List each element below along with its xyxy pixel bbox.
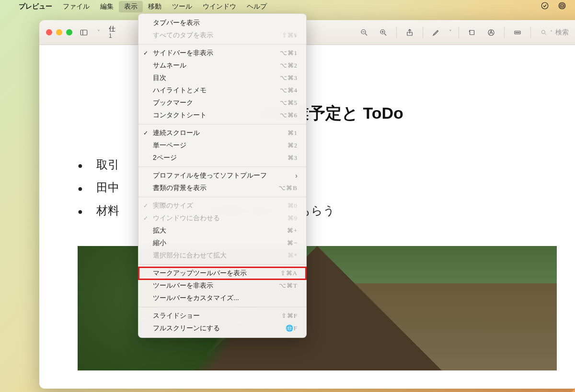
menu-shortcut: ⇧⌘A — [280, 269, 298, 277]
rotate-button[interactable] — [464, 26, 480, 39]
menu-item[interactable]: 書類の背景を表示⌥⌘B — [138, 182, 306, 194]
menu-edit[interactable]: 編集 — [95, 1, 119, 12]
menu-item-label: ツールバーを非表示 — [153, 281, 213, 290]
menu-shortcut: ⌘2 — [288, 142, 298, 149]
menu-item-label: ブックマーク — [153, 99, 193, 107]
menu-shortcut: ⌘0 — [288, 202, 298, 210]
menu-shortcut: ⌥⌘3 — [280, 74, 298, 82]
menu-item[interactable]: コンタクトシート⌥⌘6 — [138, 109, 306, 122]
menu-shortcut: ⌘− — [287, 239, 298, 247]
menu-item[interactable]: スライドショー⇧⌘F — [138, 310, 306, 322]
zoom-in-button[interactable] — [375, 26, 391, 39]
menu-item: ✓ウインドウに合わせる⌘9 — [138, 212, 306, 224]
svg-line-7 — [365, 34, 367, 35]
check-icon: ✓ — [143, 130, 148, 136]
menu-item[interactable]: フルスクリーンにする🌐F — [138, 322, 306, 335]
menu-item[interactable]: 単一ページ⌘2 — [138, 139, 306, 152]
close-button[interactable] — [46, 29, 52, 35]
menu-item[interactable]: 2ページ⌘3 — [138, 152, 306, 164]
menu-item[interactable]: 拡大⌘+ — [138, 224, 306, 237]
menu-window[interactable]: ウインドウ — [197, 1, 242, 12]
search-field[interactable]: ˅ 検索 — [536, 26, 575, 39]
traffic-lights — [46, 29, 72, 35]
menu-item-label: ツールバーをカスタマイズ... — [153, 294, 239, 302]
menu-item-label: 単一ページ — [153, 141, 186, 150]
menu-item-label: 実際のサイズ — [153, 202, 193, 210]
menu-shortcut: 🌐F — [286, 325, 298, 332]
menu-item[interactable]: 縮小⌘− — [138, 237, 306, 249]
menu-item-label: フルスクリーンにする — [153, 324, 220, 333]
menu-item-label: すべてのタブを表示 — [153, 31, 213, 40]
menu-item[interactable]: タブバーを表示 — [138, 17, 306, 29]
svg-point-2 — [560, 4, 564, 8]
airdrop-tray-icon[interactable] — [558, 1, 566, 12]
menu-item-label: スライドショー — [153, 312, 200, 320]
highlight-button[interactable] — [428, 26, 444, 39]
svg-point-1 — [561, 5, 564, 7]
check-icon: ✓ — [143, 50, 148, 56]
menu-shortcut: ⌘9 — [288, 214, 298, 222]
menu-item[interactable]: 目次⌥⌘3 — [138, 72, 306, 84]
zoom-button[interactable] — [66, 29, 72, 35]
check-icon: ✓ — [143, 202, 148, 209]
app-menu[interactable]: プレビュー — [13, 1, 58, 12]
form-button[interactable] — [509, 26, 526, 39]
menu-shortcut: ⌥⌘5 — [280, 99, 298, 107]
menu-item: すべてのタブを表示⇧⌘¥ — [138, 29, 306, 42]
svg-point-19 — [518, 32, 519, 33]
document-area: の作業予定と ToDo 取引 田中 材料見積書を提出してもらう — [39, 45, 575, 389]
chevron-right-icon: › — [295, 172, 298, 179]
check-icon: ✓ — [143, 215, 148, 222]
menu-item-label: ウインドウに合わせる — [153, 214, 220, 223]
titlebar: ˅ 仕 1 ˅ ˅ 検索 — [39, 20, 575, 45]
markup-button[interactable] — [483, 26, 499, 39]
menu-item-label: 選択部分に合わせて拡大 — [153, 251, 227, 260]
menu-item[interactable]: マークアップツールバーを表示⇧⌘A — [138, 267, 306, 280]
menu-item-label: 目次 — [153, 74, 166, 82]
view-menu-dropdown: タブバーを表示すべてのタブを表示⇧⌘¥✓サイドバーを非表示⌥⌘1サムネール⌥⌘2… — [138, 13, 307, 338]
highlight-dropdown-icon[interactable]: ˅ — [447, 26, 454, 39]
sidebar-toggle-button[interactable] — [77, 26, 91, 39]
zoom-out-button[interactable] — [356, 26, 372, 39]
svg-rect-4 — [80, 30, 87, 35]
minimize-button[interactable] — [56, 29, 62, 35]
menu-shortcut: ⌘+ — [287, 227, 298, 235]
menu-item-label: 拡大 — [153, 226, 166, 235]
menu-view[interactable]: 表示 — [119, 1, 143, 12]
menu-item[interactable]: ブックマーク⌥⌘5 — [138, 97, 306, 109]
menu-shortcut: ⌥⌘T — [279, 282, 298, 290]
menu-item-label: マークアップツールバーを表示 — [153, 269, 247, 278]
menu-item[interactable]: ハイライトとメモ⌥⌘4 — [138, 84, 306, 97]
menu-item-label: 2ページ — [153, 154, 177, 162]
sidebar-dropdown-icon[interactable]: ˅ — [95, 26, 102, 39]
menu-item: ✓実際のサイズ⌘0 — [138, 200, 306, 212]
menu-shortcut: ⇧⌘¥ — [282, 32, 298, 39]
menu-go[interactable]: 移動 — [143, 1, 167, 12]
menu-item-label: コンタクトシート — [153, 111, 207, 120]
checklist-tray-icon[interactable] — [540, 1, 549, 12]
svg-rect-14 — [470, 30, 474, 34]
menu-item[interactable]: ✓連続スクロール⌘1 — [138, 127, 306, 139]
menu-item[interactable]: ツールバーを非表示⌥⌘T — [138, 280, 306, 292]
menu-item-label: 縮小 — [153, 239, 166, 247]
menu-item-label: 連続スクロール — [153, 129, 200, 137]
svg-point-17 — [516, 32, 517, 33]
menu-tools[interactable]: ツール — [167, 1, 197, 12]
menu-shortcut: ⌥⌘2 — [280, 62, 298, 69]
window-title: 仕 1 — [109, 25, 115, 39]
menu-help[interactable]: ヘルプ — [242, 1, 272, 12]
share-button[interactable] — [402, 26, 418, 39]
menu-item[interactable]: プロファイルを使ってソフトプルーフ› — [138, 169, 306, 182]
svg-line-10 — [384, 34, 386, 35]
menu-item[interactable]: ツールバーをカスタマイズ... — [138, 292, 306, 304]
svg-point-0 — [541, 2, 548, 9]
menu-shortcut: ⌘3 — [288, 154, 298, 162]
menu-item-label: ハイライトとメモ — [153, 86, 207, 95]
menu-shortcut: ⇧⌘F — [281, 312, 298, 320]
menu-item[interactable]: ✓サイドバーを非表示⌥⌘1 — [138, 47, 306, 59]
menu-item[interactable]: サムネール⌥⌘2 — [138, 59, 306, 72]
menu-shortcut: ⌘1 — [288, 129, 298, 137]
svg-line-21 — [545, 33, 546, 34]
menu-file[interactable]: ファイル — [58, 1, 95, 12]
menubar: プレビュー ファイル 編集 表示 移動 ツール ウインドウ ヘルプ — [0, 0, 575, 13]
